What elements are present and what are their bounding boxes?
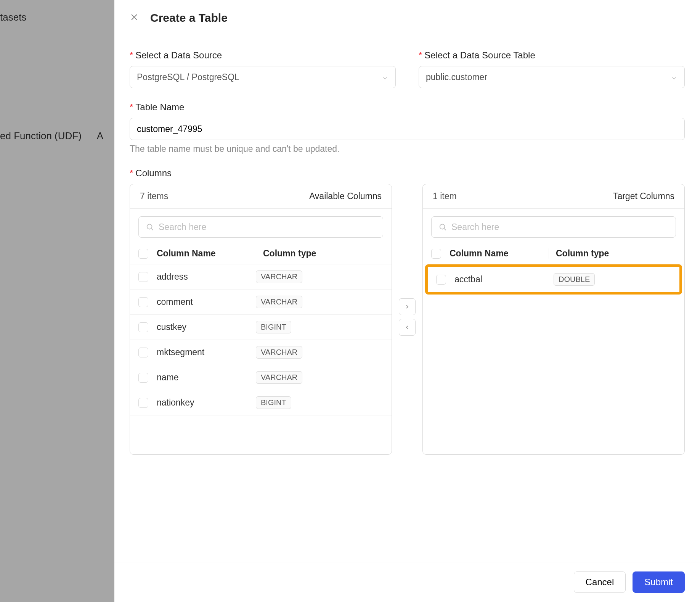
available-columns-panel: 7 items Available Columns Search here Co…	[130, 184, 392, 455]
create-table-modal: Create a Table *Select a Data Source Pos…	[114, 0, 700, 602]
modal-footer: Cancel Submit	[114, 562, 700, 602]
chevron-down-icon	[382, 74, 389, 80]
table-row[interactable]: name VARCHAR	[130, 365, 392, 390]
target-columns-panel: 1 item Target Columns Search here Column…	[422, 184, 685, 455]
row-checkbox[interactable]	[138, 297, 148, 307]
target-search-input[interactable]: Search here	[431, 216, 676, 238]
columns-transfer: 7 items Available Columns Search here Co…	[130, 184, 685, 455]
target-header-type: Column type	[549, 248, 676, 259]
type-badge: DOUBLE	[554, 273, 595, 286]
available-search-placeholder: Search here	[159, 222, 206, 232]
table-row[interactable]: address VARCHAR	[130, 264, 392, 290]
row-checkbox[interactable]	[138, 322, 148, 332]
row-checkbox[interactable]	[138, 348, 148, 357]
cancel-button[interactable]: Cancel	[574, 571, 626, 593]
type-badge: VARCHAR	[256, 371, 302, 384]
data-source-table-value: public.customer	[426, 72, 487, 82]
type-badge: BIGINT	[256, 321, 291, 333]
table-name-label: *Table Name	[130, 102, 685, 113]
close-icon[interactable]	[130, 12, 139, 24]
target-rows: acctbal DOUBLE	[423, 264, 684, 454]
chevron-down-icon	[671, 74, 678, 80]
data-source-label: *Select a Data Source	[130, 50, 396, 61]
search-icon	[146, 223, 154, 231]
data-source-table-select[interactable]: public.customer	[419, 66, 685, 88]
row-checkbox[interactable]	[138, 272, 148, 282]
row-checkbox[interactable]	[436, 275, 446, 285]
data-source-value: PostgreSQL / PostgreSQL	[137, 72, 239, 82]
available-header-type: Column type	[256, 248, 383, 259]
svg-point-2	[147, 224, 152, 229]
table-name-helper: The table name must be unique and can't …	[130, 144, 685, 154]
available-rows: address VARCHAR comment VARCHAR custkey …	[130, 264, 392, 454]
move-right-button[interactable]	[399, 298, 416, 315]
table-row[interactable]: comment VARCHAR	[130, 290, 392, 315]
row-checkbox[interactable]	[138, 398, 148, 408]
modal-header: Create a Table	[114, 0, 700, 36]
transfer-buttons	[399, 298, 416, 336]
available-search-input[interactable]: Search here	[138, 216, 383, 238]
available-count: 7 items	[140, 191, 168, 201]
target-title: Target Columns	[613, 191, 674, 201]
row-checkbox[interactable]	[138, 373, 148, 383]
target-select-all-checkbox[interactable]	[431, 249, 441, 259]
type-badge: VARCHAR	[256, 270, 302, 283]
svg-point-4	[440, 224, 445, 229]
target-count: 1 item	[433, 191, 457, 201]
available-title: Available Columns	[309, 191, 382, 201]
target-header-name: Column Name	[450, 248, 549, 259]
available-header-name: Column Name	[157, 248, 256, 259]
data-source-select[interactable]: PostgreSQL / PostgreSQL	[130, 66, 396, 88]
modal-body: *Select a Data Source PostgreSQL / Postg…	[114, 36, 700, 562]
move-left-button[interactable]	[399, 319, 416, 336]
table-row[interactable]: nationkey BIGINT	[130, 390, 392, 415]
columns-section-label: *Columns	[130, 168, 685, 179]
table-row[interactable]: mktsegment VARCHAR	[130, 340, 392, 365]
submit-button[interactable]: Submit	[633, 571, 685, 593]
type-badge: VARCHAR	[256, 346, 302, 359]
type-badge: BIGINT	[256, 396, 291, 409]
modal-title: Create a Table	[150, 11, 228, 24]
search-icon	[438, 223, 447, 231]
available-select-all-checkbox[interactable]	[138, 249, 148, 259]
table-row[interactable]: custkey BIGINT	[130, 315, 392, 340]
table-name-input[interactable]	[137, 124, 678, 134]
svg-line-3	[151, 229, 153, 230]
target-search-placeholder: Search here	[451, 222, 499, 232]
type-badge: VARCHAR	[256, 296, 302, 308]
data-source-table-label: *Select a Data Source Table	[419, 50, 685, 61]
table-row-highlighted[interactable]: acctbal DOUBLE	[425, 264, 682, 295]
table-name-input-wrap	[130, 118, 685, 140]
svg-line-5	[444, 229, 446, 230]
